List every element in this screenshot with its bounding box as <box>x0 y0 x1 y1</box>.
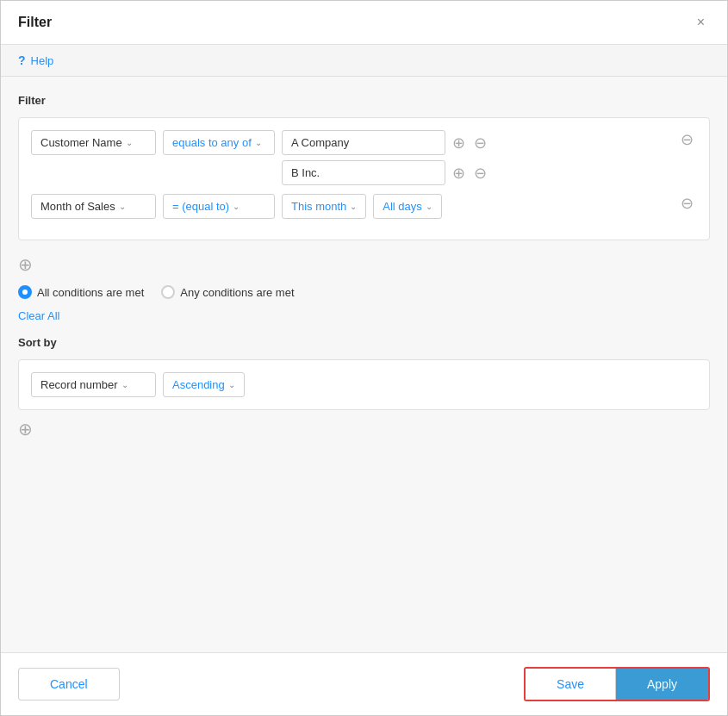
add-sort-button[interactable]: ⊕ <box>18 419 33 439</box>
filter-left-group-1: Customer Name ⌄ equals to any of ⌄ <box>31 130 275 155</box>
conditions-row: All conditions are met Any conditions ar… <box>18 285 710 299</box>
filter-left-group-2: Month of Sales ⌄ = (equal to) ⌄ This mon… <box>31 194 442 219</box>
remove-filter-row-1-button[interactable]: ⊖ <box>677 130 697 149</box>
close-button[interactable]: × <box>692 13 710 32</box>
add-value-button-1b[interactable]: ⊕ <box>451 165 467 181</box>
filter-date-value-select[interactable]: This month ⌄ <box>282 194 366 219</box>
filter-row-1: Customer Name ⌄ equals to any of ⌄ ⊕ ⊖ <box>31 130 697 185</box>
add-value-button-1a[interactable]: ⊕ <box>451 135 467 151</box>
any-conditions-option[interactable]: Any conditions are met <box>161 285 294 299</box>
all-conditions-option[interactable]: All conditions are met <box>18 285 144 299</box>
modal-body: Filter Customer Name ⌄ equals to any of … <box>1 77 727 652</box>
help-bar: ? Help <box>1 45 727 77</box>
filter-field-select-1[interactable]: Customer Name ⌄ <box>31 130 156 155</box>
help-link[interactable]: Help <box>31 54 54 67</box>
value-row-2: ⊕ ⊖ <box>282 160 488 185</box>
modal-footer: Cancel Save Apply <box>1 652 727 715</box>
filter-modal: Filter × ? Help Filter Customer Name ⌄ <box>0 0 728 716</box>
filter-section-label: Filter <box>18 94 710 107</box>
clear-all-link[interactable]: Clear All <box>18 309 59 322</box>
chevron-down-icon: ⌄ <box>121 380 128 389</box>
filter-operator-select-2[interactable]: = (equal to) ⌄ <box>163 194 275 219</box>
sort-inner: Record number ⌄ Ascending ⌄ <box>18 359 710 410</box>
sort-row: Record number ⌄ Ascending ⌄ <box>31 372 697 397</box>
all-conditions-label: All conditions are met <box>37 286 144 299</box>
save-button[interactable]: Save <box>526 669 616 700</box>
remove-filter-row-2-button[interactable]: ⊖ <box>677 194 697 213</box>
filter-field-select-2[interactable]: Month of Sales ⌄ <box>31 194 156 219</box>
chevron-down-icon: ⌄ <box>126 138 133 147</box>
modal-title: Filter <box>18 15 52 30</box>
chevron-down-icon: ⌄ <box>426 202 432 211</box>
sort-section: Sort by Record number ⌄ Ascending ⌄ <box>18 336 710 439</box>
all-conditions-radio[interactable] <box>18 285 32 299</box>
filter-section: Customer Name ⌄ equals to any of ⌄ ⊕ ⊖ <box>18 117 710 240</box>
filter-values-col-1: ⊕ ⊖ ⊕ ⊖ <box>282 130 488 185</box>
value-row-1: ⊕ ⊖ <box>282 130 488 155</box>
filter-operator-select-1[interactable]: equals to any of ⌄ <box>163 130 275 155</box>
apply-button[interactable]: Apply <box>616 669 708 700</box>
help-icon: ? <box>18 53 26 67</box>
chevron-down-icon: ⌄ <box>255 138 262 147</box>
sort-field-select[interactable]: Record number ⌄ <box>31 372 156 397</box>
sort-order-select[interactable]: Ascending ⌄ <box>163 372 245 397</box>
chevron-down-icon: ⌄ <box>350 202 357 211</box>
chevron-down-icon: ⌄ <box>233 202 240 211</box>
any-conditions-radio[interactable] <box>161 285 175 299</box>
any-conditions-label: Any conditions are met <box>180 286 294 299</box>
footer-right-group: Save Apply <box>524 667 710 701</box>
remove-value-button-1a[interactable]: ⊖ <box>472 135 488 151</box>
sort-section-label: Sort by <box>18 336 710 349</box>
cancel-button[interactable]: Cancel <box>18 668 120 700</box>
add-filter-button[interactable]: ⊕ <box>18 254 33 275</box>
remove-value-button-1b[interactable]: ⊖ <box>472 165 488 181</box>
filter-value-input-1b[interactable] <box>282 160 445 185</box>
filter-value-input-1a[interactable] <box>282 130 445 155</box>
chevron-down-icon: ⌄ <box>119 202 126 211</box>
filter-row-2: Month of Sales ⌄ = (equal to) ⌄ This mon… <box>31 194 697 219</box>
chevron-down-icon: ⌄ <box>228 380 235 389</box>
filter-day-value-select[interactable]: All days ⌄ <box>373 194 442 219</box>
modal-header: Filter × <box>1 1 727 45</box>
